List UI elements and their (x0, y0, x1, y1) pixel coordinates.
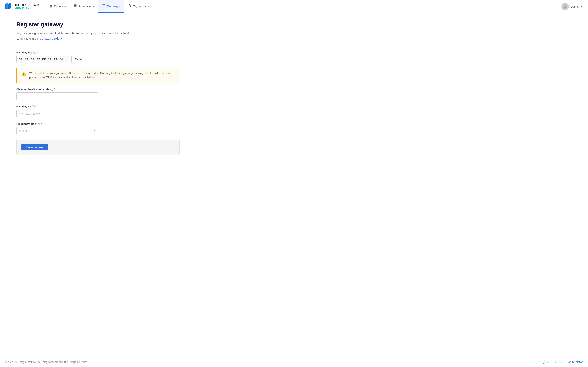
eui-value-display: 58 A0 CB FF FE 00 00 00 (16, 56, 69, 63)
footer-lang-text: EN (547, 361, 550, 364)
frequency-plan-required: * (41, 122, 42, 125)
description-line1: Register your gateway to enable data tra… (16, 31, 180, 35)
logo-title: THE THINGS STACK (15, 4, 39, 7)
gateways-icon (102, 4, 106, 8)
claim-auth-field: Claim authentication code ? * (16, 88, 180, 100)
gateway-eui-label-text: Gateway EUI (16, 51, 33, 54)
description-text2: Learn more in our (16, 37, 40, 40)
claim-auth-label-text: Claim authentication code (16, 88, 49, 91)
claim-gateway-button[interactable]: Claim gateway (21, 144, 48, 150)
nav-label-overview: Overview (54, 4, 66, 8)
footer-docs-link[interactable]: Documentation (567, 361, 583, 364)
claim-auth-help-icon[interactable]: ? (51, 88, 53, 91)
nav-item-gateways[interactable]: Gateways (98, 0, 124, 13)
overview-icon: ⊞ (50, 4, 53, 8)
svg-point-15 (130, 5, 131, 6)
logo-area: THE THINGS STACK Enterprise (5, 2, 39, 11)
gateway-id-field: Gateway ID ? * (16, 105, 180, 117)
gateway-id-label-text: Gateway ID (16, 105, 31, 108)
warning-text: We detected that your gateway is likely … (29, 71, 176, 80)
gateway-eui-field: Gateway EUI ? * 58 A0 CB FF FE 00 00 00 … (16, 51, 180, 63)
nav-item-applications[interactable]: Applications (70, 0, 98, 13)
eui-help-icon[interactable]: ? (34, 51, 36, 54)
gateway-guide-label: Gateway Guide (40, 37, 60, 40)
frequency-plan-label: Frequency plan ? * (16, 122, 180, 125)
frequency-plan-label-text: Frequency plan (16, 122, 36, 125)
svg-point-14 (128, 5, 129, 6)
header-right: admin ▼ (562, 3, 583, 10)
gateway-eui-label: Gateway EUI ? * (16, 51, 180, 54)
footer: © 2022 The Things Stack by The Things Ne… (0, 357, 588, 367)
user-dropdown-arrow[interactable]: ▼ (581, 5, 583, 8)
svg-rect-5 (9, 3, 11, 8)
footer-copyright: © 2022 The Things Stack by The Things Ne… (5, 361, 87, 364)
eui-input-row: 58 A0 CB FF FE 00 00 00 Reset (16, 56, 180, 63)
page-title: Register gateway (16, 21, 180, 28)
svg-rect-8 (74, 6, 76, 7)
description-text3: . (63, 37, 64, 40)
description-line2: Learn more in our Gateway Guide ↗ . (16, 36, 180, 41)
frequency-plan-select[interactable]: Select... ▾ (16, 127, 98, 135)
avatar (562, 3, 569, 10)
header: THE THINGS STACK Enterprise ⊞ Overview A… (0, 0, 588, 13)
svg-point-16 (564, 4, 566, 6)
nav-item-overview[interactable]: ⊞ Overview (46, 0, 70, 13)
frequency-plan-placeholder: Select... (19, 129, 29, 133)
gateway-id-required: * (35, 105, 36, 108)
claim-auth-required: * (54, 88, 55, 91)
footer-version: v3.21.0 (554, 361, 562, 364)
frequency-plan-field: Frequency plan ? * Select... ▾ (16, 122, 180, 135)
organizations-icon (128, 4, 131, 8)
register-gateway-form: Register gateway Register your gateway t… (16, 21, 180, 155)
applications-icon (74, 4, 77, 8)
nav-label-organizations: Organizations (133, 4, 150, 8)
gateway-id-help-icon[interactable]: ? (32, 105, 35, 108)
nav-label-gateways: Gateways (107, 4, 120, 8)
claim-auth-label: Claim authentication code ? * (16, 88, 180, 91)
svg-point-13 (129, 5, 130, 6)
svg-rect-9 (76, 6, 77, 7)
section-divider (16, 46, 180, 46)
logo-icon (5, 2, 13, 11)
nav-item-organizations[interactable]: Organizations (124, 0, 154, 13)
footer-language[interactable]: 🌐 EN (543, 360, 550, 364)
frequency-plan-help-icon[interactable]: ? (37, 123, 40, 125)
globe-icon: 🌐 (543, 360, 546, 364)
claim-auth-input[interactable] (16, 92, 98, 100)
footer-right: 🌐 EN v3.21.0 Documentation (543, 360, 583, 364)
main-nav: ⊞ Overview Applications Gateways (46, 0, 155, 13)
reset-button[interactable]: Reset (71, 56, 85, 63)
warning-icon: ⚠️ (21, 71, 26, 76)
action-bar: Claim gateway (16, 140, 180, 155)
logo-text: THE THINGS STACK Enterprise (15, 4, 39, 9)
logo-subtitle: Enterprise (15, 7, 39, 9)
gateway-guide-link[interactable]: Gateway Guide ↗ (40, 37, 63, 40)
gateway-id-input[interactable] (16, 110, 98, 117)
svg-rect-6 (74, 4, 76, 6)
chevron-down-icon: ▾ (94, 129, 95, 132)
warning-box: ⚠️ We detected that your gateway is like… (16, 68, 180, 83)
user-name: admin (571, 5, 579, 8)
nav-label-applications: Applications (79, 4, 94, 8)
external-link-icon: ↗ (60, 38, 62, 40)
main-content: Register gateway Register your gateway t… (0, 13, 286, 357)
eui-required-mark: * (37, 51, 38, 54)
gateway-id-label: Gateway ID ? * (16, 105, 180, 108)
svg-rect-7 (76, 4, 77, 6)
